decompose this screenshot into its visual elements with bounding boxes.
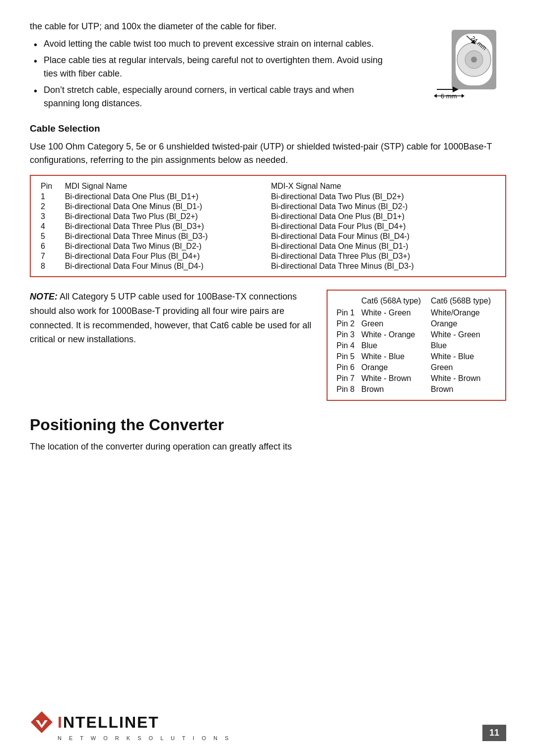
pin-table-wrapper: Pin MDI Signal Name MDI-X Signal Name 1B…: [30, 175, 506, 277]
svg-point-4: [471, 57, 477, 63]
svg-marker-14: [31, 711, 53, 733]
cable-col-568b: Cat6 (568B type): [429, 296, 498, 307]
logo-row: INTELLINET: [30, 710, 159, 734]
pin-table-header-row: Pin MDI Signal Name MDI-X Signal Name: [38, 181, 498, 192]
col-header-mdi: MDI Signal Name: [62, 181, 268, 192]
table-row: Pin 5White - BlueWhite - Blue: [335, 351, 498, 362]
table-row: Pin 6OrangeGreen: [335, 362, 498, 373]
col-header-mdix: MDI-X Signal Name: [268, 181, 498, 192]
cable-diagram: 6 mm 24 mm: [407, 20, 506, 114]
cable-type-header-row: Cat6 (568A type) Cat6 (568B type): [335, 296, 498, 307]
col-header-pin: Pin: [38, 181, 62, 192]
table-row: 7Bi-directional Data Four Plus (Bl_D4+)B…: [38, 251, 498, 261]
table-row: 1Bi-directional Data One Plus (Bl_D1+)Bi…: [38, 192, 498, 202]
logo-red-i: I: [58, 713, 63, 731]
note-bold: NOTE: All Category 5 UTP cable used for …: [30, 292, 311, 344]
cable-table-body: Pin 1White - GreenWhite/OrangePin 2Green…: [335, 307, 498, 395]
table-row: 8Bi-directional Data Four Minus (Bl_D4-)…: [38, 261, 498, 271]
cable-selection-heading: Cable Selection: [30, 123, 506, 134]
bullet-list: Avoid letting the cable twist too much t…: [30, 37, 392, 110]
cable-selection-para: Use 100 Ohm Category 5, 5e or 6 unshield…: [30, 140, 506, 167]
table-row: Pin 2GreenOrange: [335, 318, 498, 329]
table-row: Pin 8BrownBrown: [335, 384, 498, 395]
table-row: Pin 4BlueBlue: [335, 340, 498, 351]
table-row: 6Bi-directional Data Two Minus (Bl_D2-)B…: [38, 241, 498, 251]
page: the cable for UTP; and 100x the diameter…: [0, 0, 536, 756]
logo-brand-text: INTELLINET: [58, 713, 159, 732]
bullet-item-2: Place cable ties at regular intervals, b…: [30, 54, 392, 80]
positioning-heading: Positioning the Converter: [30, 416, 506, 434]
table-row: Pin 3White - OrangeWhite - Green: [335, 329, 498, 340]
cable-col-568a: Cat6 (568A type): [359, 296, 429, 307]
bullet-item-1: Avoid letting the cable twist too much t…: [30, 37, 392, 51]
table-row: 4Bi-directional Data Three Plus (Bl_D3+)…: [38, 222, 498, 231]
svg-marker-9: [462, 94, 465, 98]
logo-rest: NTELLINET: [63, 713, 159, 731]
positioning-para: The location of the converter during ope…: [30, 440, 506, 454]
bullet-item-3: Don’t stretch cable, especially around c…: [30, 83, 392, 110]
footer: INTELLINET N E T W O R K S O L U T I O N…: [30, 710, 506, 741]
intro-text: the cable for UTP; and 100x the diameter…: [30, 20, 392, 33]
note-section: NOTE: All Category 5 UTP cable used for …: [30, 290, 506, 401]
table-row: Pin 1White - GreenWhite/Orange: [335, 307, 498, 318]
table-row: Pin 7White - BrownWhite - Brown: [335, 373, 498, 384]
top-text: the cable for UTP; and 100x the diameter…: [30, 20, 407, 114]
pin-table-body: 1Bi-directional Data One Plus (Bl_D1+)Bi…: [38, 192, 498, 271]
intellinet-logo-icon: [30, 710, 54, 734]
table-row: 2Bi-directional Data One Minus (Bl_D1-)B…: [38, 202, 498, 212]
pin-table: Pin MDI Signal Name MDI-X Signal Name 1B…: [38, 181, 498, 271]
cable-type-table: Cat6 (568A type) Cat6 (568B type) Pin 1W…: [335, 296, 498, 395]
svg-marker-8: [434, 94, 437, 98]
cable-col-pin: [335, 296, 359, 307]
table-row: 3Bi-directional Data Two Plus (Bl_D2+)Bi…: [38, 212, 498, 222]
logo-subtitle: N E T W O R K S O L U T I O N S: [58, 735, 231, 741]
intellinet-logo: INTELLINET N E T W O R K S O L U T I O N…: [30, 710, 231, 741]
top-section: the cable for UTP; and 100x the diameter…: [30, 20, 506, 114]
page-number: 11: [482, 725, 506, 741]
note-text-block: NOTE: All Category 5 UTP cable used for …: [30, 290, 313, 347]
cable-diagram-svg: 6 mm 24 mm: [412, 25, 501, 114]
cable-type-table-wrapper: Cat6 (568A type) Cat6 (568B type) Pin 1W…: [327, 290, 506, 401]
table-row: 5Bi-directional Data Three Minus (Bl_D3-…: [38, 231, 498, 241]
